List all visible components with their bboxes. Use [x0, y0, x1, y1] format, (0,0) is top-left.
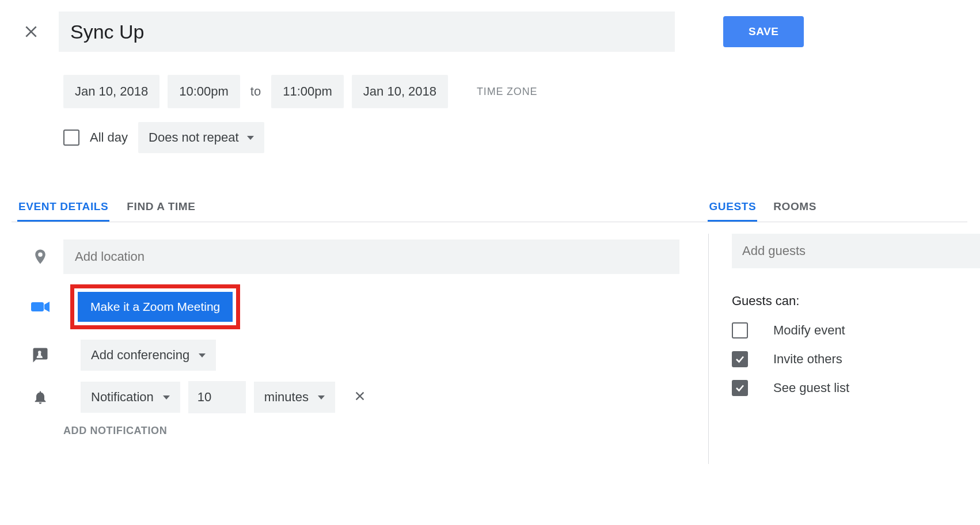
conferencing-dropdown[interactable]: Add conferencing: [81, 340, 216, 371]
conferencing-label: Add conferencing: [91, 348, 189, 363]
tab-event-details[interactable]: EVENT DETAILS: [17, 193, 109, 222]
allday-checkbox[interactable]: [63, 130, 79, 146]
chevron-down-icon: [247, 136, 254, 140]
location-input[interactable]: [63, 239, 679, 274]
svg-rect-0: [31, 302, 44, 311]
repeat-label: Does not repeat: [149, 130, 239, 145]
modify-event-checkbox[interactable]: [732, 322, 748, 338]
chevron-down-icon: [318, 395, 325, 400]
location-icon: [32, 248, 49, 265]
add-notification-button[interactable]: ADD NOTIFICATION: [63, 425, 708, 437]
notification-unit-dropdown[interactable]: minutes: [254, 382, 335, 413]
tab-find-a-time[interactable]: FIND A TIME: [126, 193, 196, 222]
zoom-highlight-box: Make it a Zoom Meeting: [70, 284, 240, 329]
timezone-link[interactable]: TIME ZONE: [477, 86, 537, 98]
start-date-picker[interactable]: Jan 10, 2018: [63, 75, 159, 108]
close-icon: [354, 390, 366, 402]
to-label: to: [248, 84, 263, 99]
close-button[interactable]: [17, 18, 45, 45]
video-icon: [31, 300, 50, 314]
svg-point-1: [38, 351, 41, 354]
invite-others-checkbox[interactable]: [732, 351, 748, 367]
save-button[interactable]: SAVE: [723, 16, 804, 47]
see-guest-list-label: See guest list: [773, 381, 849, 395]
chevron-down-icon: [199, 353, 206, 357]
close-icon: [24, 24, 39, 39]
end-time-picker[interactable]: 11:00pm: [271, 75, 344, 108]
end-date-picker[interactable]: Jan 10, 2018: [352, 75, 448, 108]
start-time-picker[interactable]: 10:00pm: [168, 75, 240, 108]
notification-value-input[interactable]: [188, 381, 246, 413]
bell-icon: [32, 389, 48, 405]
conferencing-icon: [32, 347, 49, 364]
remove-notification-button[interactable]: [354, 390, 366, 405]
invite-others-label: Invite others: [773, 352, 842, 367]
tab-guests[interactable]: GUESTS: [708, 193, 757, 222]
allday-label: All day: [90, 130, 128, 145]
repeat-dropdown[interactable]: Does not repeat: [138, 122, 264, 153]
guests-can-label: Guests can:: [732, 294, 980, 309]
make-zoom-meeting-button[interactable]: Make it a Zoom Meeting: [78, 292, 233, 322]
event-title-input[interactable]: [59, 12, 675, 52]
notification-type-dropdown[interactable]: Notification: [81, 382, 180, 413]
see-guest-list-checkbox[interactable]: [732, 380, 748, 396]
chevron-down-icon: [163, 395, 170, 400]
tab-rooms[interactable]: ROOMS: [772, 193, 818, 222]
add-guests-input[interactable]: [732, 234, 980, 268]
notification-type-label: Notification: [91, 390, 154, 405]
notification-unit-label: minutes: [264, 390, 309, 405]
modify-event-label: Modify event: [773, 323, 845, 338]
